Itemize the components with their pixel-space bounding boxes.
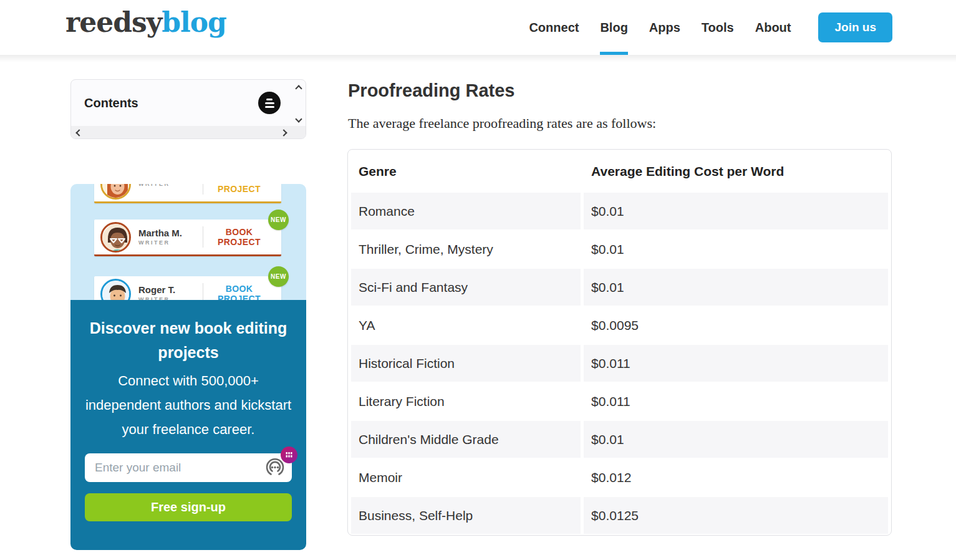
book-project-label: BOOK PROJECT	[203, 184, 275, 194]
writer-card: NEW Roger T. WRITER BOOK PROJECT	[94, 276, 281, 300]
proofreading-rates-table: Genre Average Editing Cost per Word Roma…	[348, 150, 891, 535]
cost-cell: $0.01	[584, 193, 888, 229]
signup-panel: Discover new book editing projects Conne…	[70, 300, 306, 550]
table-row: Children's Middle Grade $0.01	[351, 421, 888, 458]
table-row: Memoir $0.012	[351, 459, 888, 496]
scroll-right-icon[interactable]	[280, 129, 287, 136]
logo-text-blog: blog	[162, 6, 226, 38]
horizontal-scrollbar[interactable]	[71, 126, 306, 138]
cost-cell: $0.01	[584, 231, 888, 268]
nav-item-connect[interactable]: Connect	[529, 0, 579, 55]
rates-table-card: Genre Average Editing Cost per Word Roma…	[347, 149, 892, 536]
contents-widget: Contents	[70, 79, 306, 139]
nav-item-apps[interactable]: Apps	[649, 0, 680, 55]
writer-name: Martha M.	[138, 228, 203, 239]
top-header: reedsyblog Connect Blog Apps Tools About…	[0, 0, 956, 55]
free-signup-button[interactable]: Free sign-up	[85, 493, 292, 521]
writer-role: WRITER	[138, 239, 203, 247]
writer-avatar	[100, 184, 131, 200]
nav-item-about[interactable]: About	[755, 0, 791, 55]
cost-cell: $0.01	[584, 269, 888, 306]
writer-role: WRITER	[138, 296, 203, 301]
cost-cell: $0.0095	[584, 307, 888, 344]
writer-name: Roger T.	[138, 284, 203, 296]
column-header-cost: Average Editing Cost per Word	[584, 151, 888, 191]
writer-card: NEW Martha M. WRITER BOOK PROJECT	[94, 220, 281, 256]
writers-illustration: WRITER BOOK PROJECT NEW Mart	[70, 184, 306, 300]
table-row: Sci-Fi and Fantasy $0.01	[351, 269, 888, 306]
cost-cell: $0.01	[584, 421, 888, 458]
table-header-row: Genre Average Editing Cost per Word	[351, 151, 888, 191]
cost-cell: $0.0125	[584, 497, 888, 534]
marketplace-promo-widget[interactable]: WRITER BOOK PROJECT NEW Mart	[70, 184, 306, 550]
table-row: Business, Self-Help $0.0125	[351, 497, 888, 534]
toc-icon[interactable]	[258, 92, 281, 114]
reedsy-blog-logo[interactable]: reedsyblog	[65, 6, 226, 38]
table-row: YA $0.0095	[351, 307, 888, 344]
table-row: Thriller, Crime, Mystery $0.01	[351, 231, 888, 268]
new-badge: NEW	[268, 210, 289, 230]
genre-cell: Literary Fiction	[351, 383, 581, 420]
intro-text: The average freelance proofreading rates…	[348, 115, 656, 132]
header-shadow	[0, 55, 956, 62]
column-header-genre: Genre	[351, 151, 581, 191]
email-field-wrap	[85, 453, 292, 482]
genre-cell: Romance	[351, 193, 581, 229]
page-title: Proofreading Rates	[348, 80, 515, 101]
genre-cell: Historical Fiction	[351, 345, 581, 382]
genre-cell: Children's Middle Grade	[351, 421, 581, 458]
scroll-left-icon[interactable]	[75, 129, 82, 136]
email-field[interactable]	[85, 453, 292, 482]
promo-heading: Discover new book editing projects	[85, 316, 292, 365]
cost-cell: $0.011	[584, 383, 888, 420]
table-row: Historical Fiction $0.011	[351, 345, 888, 382]
scroll-down-icon[interactable]	[295, 115, 302, 122]
genre-cell: Memoir	[351, 459, 581, 496]
nav-item-blog[interactable]: Blog	[600, 0, 627, 55]
cost-cell: $0.011	[584, 345, 888, 382]
writer-card: WRITER BOOK PROJECT	[94, 184, 281, 203]
writer-role: WRITER	[138, 184, 203, 188]
scroll-up-icon[interactable]	[295, 85, 302, 92]
promo-body: Connect with 500,000+ independent author…	[85, 369, 292, 442]
contents-title: Contents	[84, 96, 138, 110]
writer-avatar	[100, 279, 131, 301]
book-project-label: BOOK PROJECT	[203, 227, 275, 247]
nav-item-tools[interactable]: Tools	[702, 0, 734, 55]
main-nav: Connect Blog Apps Tools About Join us	[529, 0, 892, 55]
book-project-label: BOOK PROJECT	[203, 284, 275, 300]
extension-badge-icon	[281, 447, 297, 466]
join-us-button[interactable]: Join us	[818, 12, 892, 42]
genre-cell: YA	[351, 307, 581, 344]
genre-cell: Business, Self-Help	[351, 497, 581, 534]
genre-cell: Thriller, Crime, Mystery	[351, 231, 581, 268]
cost-cell: $0.012	[584, 459, 888, 496]
logo-text-reedsy: reedsy	[65, 6, 162, 38]
genre-cell: Sci-Fi and Fantasy	[351, 269, 581, 306]
writer-avatar	[100, 222, 131, 253]
new-badge: NEW	[268, 266, 289, 287]
table-row: Romance $0.01	[351, 193, 888, 229]
table-row: Literary Fiction $0.011	[351, 383, 888, 420]
